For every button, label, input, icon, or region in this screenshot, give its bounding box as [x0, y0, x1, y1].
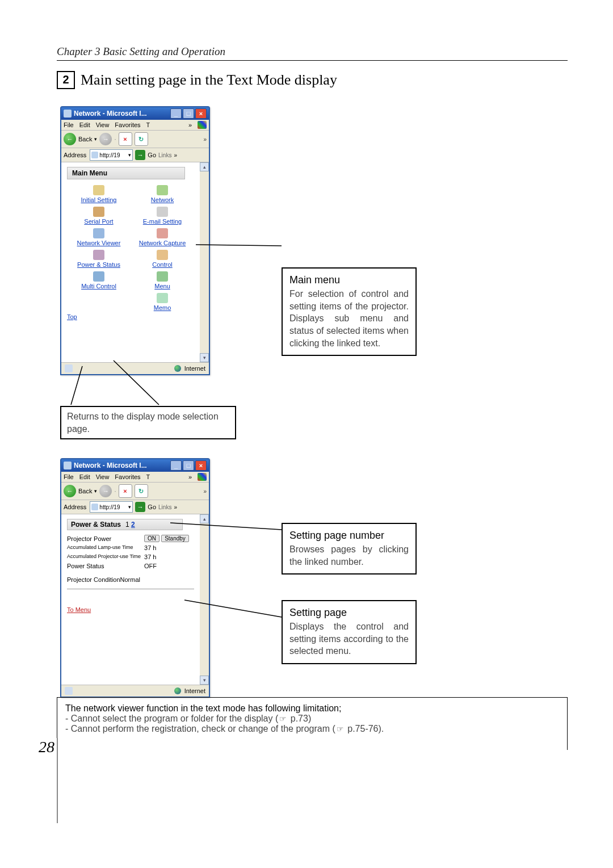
menu-favorites[interactable]: Favorites [115, 121, 140, 128]
address-input[interactable]: http://19 ▾ [90, 149, 133, 161]
address-bar: Address http://19 ▾ → Go Links » [61, 500, 209, 514]
page-current: 1 [125, 521, 129, 529]
callout-title: Setting page number [289, 529, 409, 542]
back-button[interactable]: ← [64, 485, 76, 497]
go-label: Go [148, 152, 156, 158]
go-button[interactable]: → [135, 150, 145, 160]
callout-body: Browses pages by clicking the linked num… [289, 543, 409, 568]
stop-button[interactable]: × [119, 484, 132, 498]
scroll-down-icon[interactable]: ▾ [200, 353, 209, 362]
maximize-button[interactable]: □ [183, 460, 194, 471]
forward-button[interactable]: → [99, 485, 112, 497]
window-titlebar[interactable]: Network - Microsoft I... _ □ × [61, 459, 209, 472]
minimize-button[interactable]: _ [170, 108, 182, 119]
ie-icon [64, 462, 72, 469]
to-menu-link[interactable]: To Menu [67, 606, 91, 613]
menu-item-network[interactable]: Network [131, 185, 194, 203]
row-value: 37 h [144, 552, 192, 561]
page-icon [91, 504, 98, 510]
toolbar-overflow-icon[interactable]: » [203, 136, 207, 142]
serial-port-icon [93, 207, 104, 217]
menu-item-serial-port[interactable]: Serial Port [67, 207, 131, 225]
top-link[interactable]: Top [67, 313, 77, 320]
footer-line-1: The network viewer function in the text … [65, 703, 559, 714]
menu-file[interactable]: File [64, 473, 74, 480]
links-label[interactable]: Links [158, 504, 171, 510]
window-titlebar[interactable]: Network - Microsoft I... _ □ × [61, 107, 209, 120]
callout-body: Displays the control and setting items a… [289, 620, 409, 657]
menu-file[interactable]: File [64, 121, 74, 128]
internet-zone-icon [174, 687, 181, 694]
callout-setting-page: Setting page Displays the control and se… [282, 600, 417, 664]
menu-edit[interactable]: Edit [79, 121, 90, 128]
callout-body: For selection of control and setting ite… [289, 288, 409, 349]
refresh-button[interactable]: ↻ [135, 484, 148, 498]
menu-item-multi-control[interactable]: Multi Control [67, 271, 131, 290]
menu-view[interactable]: View [96, 473, 110, 480]
windows-flag-icon [198, 121, 207, 129]
row-label: Accumulated Projector-use Time [67, 552, 144, 561]
menu-view[interactable]: View [96, 121, 110, 128]
menu-item-menu[interactable]: Menu [131, 271, 194, 290]
menu-tools[interactable]: T [146, 121, 150, 128]
row-value: OFF [144, 561, 192, 571]
main-menu-header: Main Menu [67, 167, 185, 179]
chapter-header: Chapter 3 Basic Setting and Operation [57, 45, 568, 61]
menu-item-initial-setting[interactable]: Initial Setting [67, 185, 131, 203]
gear-icon [157, 250, 168, 260]
power-icon [93, 250, 104, 260]
condition-label: Projector Condition [67, 576, 120, 583]
menu-favorites[interactable]: Favorites [115, 473, 140, 480]
close-button[interactable]: × [195, 108, 207, 119]
power-status-table: Projector Power ON Standby Accumulated L… [67, 534, 192, 571]
menu-overflow-icon[interactable]: » [188, 121, 192, 128]
scroll-up-icon[interactable]: ▴ [200, 514, 209, 523]
menu-edit[interactable]: Edit [79, 473, 90, 480]
network-icon [157, 185, 168, 195]
close-button[interactable]: × [195, 460, 207, 471]
address-value: http://19 [99, 504, 120, 510]
toolbar-overflow-icon[interactable]: » [203, 488, 207, 494]
forward-button[interactable]: → [99, 133, 112, 145]
internet-zone-label: Internet [184, 365, 205, 372]
back-button[interactable]: ← [64, 133, 76, 145]
row-value: 37 h [144, 543, 192, 552]
table-row: Power Status OFF [67, 561, 192, 571]
capture-icon [157, 228, 168, 238]
stop-button[interactable]: × [119, 132, 132, 146]
back-label[interactable]: Back [78, 136, 92, 142]
maximize-button[interactable]: □ [183, 108, 194, 119]
on-button[interactable]: ON [144, 535, 159, 542]
links-overflow-icon[interactable]: » [174, 152, 177, 158]
menu-item-network-viewer[interactable]: Network Viewer [67, 228, 131, 246]
dropdown-icon[interactable]: ▾ [128, 152, 131, 158]
browser-menubar: File Edit View Favorites T » [61, 120, 209, 131]
row-label: Power Status [67, 561, 144, 571]
scroll-down-icon[interactable]: ▾ [200, 676, 209, 685]
back-label[interactable]: Back [78, 488, 92, 494]
power-status-header: Power & Status 1 2 [67, 519, 183, 530]
menu-overflow-icon[interactable]: » [188, 473, 192, 480]
standby-button[interactable]: Standby [161, 535, 189, 542]
dropdown-icon[interactable]: ▾ [128, 504, 131, 510]
power-status-title: Power & Status [71, 521, 121, 529]
go-button[interactable]: → [135, 502, 145, 512]
footer-line-3a: - Cannot perform the registration, check… [65, 724, 335, 733]
menu-item-memo[interactable]: Memo [131, 293, 194, 311]
menu-item-power-status[interactable]: Power & Status [67, 250, 131, 268]
minimize-button[interactable]: _ [170, 460, 182, 471]
multi-control-icon [93, 271, 104, 282]
address-bar: Address http://19 ▾ → Go Links » [61, 148, 209, 162]
menu-item-email-setting[interactable]: E-mail Setting [131, 207, 194, 225]
menu-item-network-capture[interactable]: Network Capture [131, 228, 194, 246]
links-label[interactable]: Links [158, 152, 171, 158]
address-value: http://19 [99, 152, 120, 158]
address-input[interactable]: http://19 ▾ [90, 501, 133, 513]
binding-rule [57, 738, 58, 823]
links-overflow-icon[interactable]: » [174, 504, 177, 510]
menu-item-control[interactable]: Control [131, 250, 194, 268]
scroll-up-icon[interactable]: ▴ [200, 162, 209, 171]
menu-tools[interactable]: T [146, 473, 150, 480]
page-link-2[interactable]: 2 [131, 521, 135, 529]
refresh-button[interactable]: ↻ [135, 132, 148, 146]
